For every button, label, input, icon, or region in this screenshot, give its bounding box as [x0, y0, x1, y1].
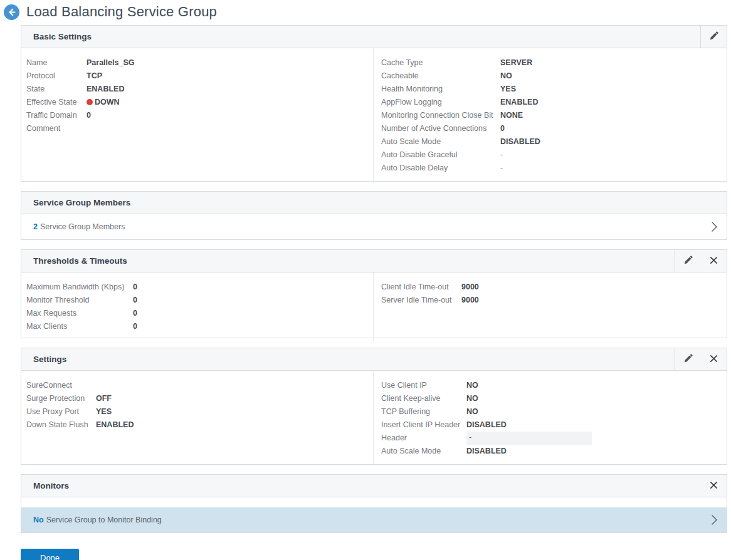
service-group-members-link[interactable]: 2 Service Group Members	[21, 214, 727, 239]
field-value: OFF	[96, 392, 112, 405]
monitors-panel: Monitors No Service Group to Monitor Bin…	[21, 474, 727, 533]
field-label: Cache Type	[381, 56, 500, 70]
field-row: Number of Active Connections0	[381, 122, 727, 135]
settings-header: Settings	[21, 348, 727, 371]
panel-title: Service Group Members	[33, 198, 130, 207]
field-value: 0	[133, 320, 137, 333]
field-value: DISABLED	[500, 135, 540, 148]
field-value: 9000	[461, 294, 479, 307]
edit-icon	[683, 353, 693, 365]
field-value: ENABLED	[96, 418, 134, 432]
field-label: Cacheable	[381, 70, 500, 83]
close-icon	[710, 355, 718, 365]
monitor-binding-count: No	[33, 516, 44, 524]
field-label: Auto Disable Delay	[381, 162, 500, 175]
close-icon	[710, 256, 718, 266]
field-value: 0	[133, 281, 137, 294]
field-label: Effective State	[26, 96, 87, 109]
page-header: Load Balancing Service Group	[0, 0, 731, 25]
members-link-text: Service Group Members	[40, 222, 125, 231]
field-value: TCP	[87, 70, 102, 83]
basic-settings-panel: Basic Settings NameParallels_SG Protocol…	[21, 25, 727, 182]
back-button[interactable]	[4, 4, 19, 20]
monitors-header: Monitors	[21, 475, 727, 497]
field-value: NO	[466, 392, 478, 405]
field-label: Auto Scale Mode	[381, 445, 466, 458]
page-title: Load Balancing Service Group	[26, 4, 217, 20]
field-value: NO	[466, 379, 478, 392]
field-row: TCP BufferingNO	[381, 405, 727, 418]
field-label: Max Requests	[26, 307, 133, 320]
field-value: 0	[133, 307, 137, 320]
field-row: Traffic Domain0	[26, 109, 373, 122]
field-row: Cache TypeSERVER	[381, 56, 727, 70]
field-row: Client Idle Time-out9000	[381, 281, 727, 294]
field-value: -	[500, 162, 503, 175]
field-row: StateENABLED	[26, 83, 373, 96]
header-value-field: -	[466, 432, 592, 445]
field-label: Max Clients	[26, 320, 133, 333]
field-label: TCP Buffering	[381, 405, 466, 418]
field-row: Client Keep-aliveNO	[381, 392, 727, 405]
field-label: Client Idle Time-out	[381, 281, 461, 294]
field-row: Use Proxy PortYES	[26, 405, 373, 418]
monitor-binding-link[interactable]: No Service Group to Monitor Binding	[21, 507, 727, 532]
field-label: Monitor Threshold	[26, 294, 133, 307]
field-value: DISABLED	[466, 445, 507, 458]
field-value: YES	[96, 405, 112, 418]
field-label: Down State Flush	[26, 418, 96, 432]
close-settings-button[interactable]	[701, 348, 727, 370]
field-label: Surge Protection	[26, 392, 96, 405]
field-label: State	[26, 83, 87, 96]
field-row: AppFlow LoggingENABLED	[381, 96, 727, 109]
field-value: ENABLED	[500, 96, 538, 109]
field-row: Maximum Bandwidth (Kbps)0	[26, 281, 373, 294]
field-label: Name	[26, 56, 87, 70]
close-monitors-button[interactable]	[701, 475, 727, 497]
field-label: Maximum Bandwidth (Kbps)	[26, 281, 133, 294]
field-label: Header	[381, 432, 466, 445]
field-value: NO	[500, 70, 512, 83]
thresholds-timeouts-header: Thresholds & Timeouts	[21, 250, 727, 272]
field-label: Auto Scale Mode	[381, 135, 500, 148]
edit-icon	[709, 31, 719, 43]
field-value: YES	[500, 83, 516, 96]
field-row: Surge ProtectionOFF	[26, 392, 373, 405]
edit-settings-button[interactable]	[675, 348, 701, 370]
edit-thresholds-button[interactable]	[675, 250, 701, 272]
field-row: Max Clients0	[26, 320, 373, 333]
field-label: Insert Client IP Header	[381, 418, 466, 432]
load-balancing-service-group-page: Load Balancing Service Group Basic Setti…	[0, 0, 731, 560]
edit-basic-settings-button[interactable]	[701, 26, 727, 48]
field-value: SERVER	[500, 56, 532, 70]
field-label: Use Client IP	[381, 379, 466, 392]
field-label: Monitoring Connection Close Bit	[381, 109, 500, 122]
panel-title: Settings	[33, 355, 66, 364]
service-group-members-panel: Service Group Members 2 Service Group Me…	[21, 191, 727, 240]
field-row: Server Idle Time-out9000	[381, 294, 727, 307]
back-icon	[4, 4, 19, 20]
monitor-binding-text: Service Group to Monitor Binding	[46, 516, 162, 524]
field-row: Header-	[381, 432, 727, 445]
members-count: 2	[33, 222, 38, 231]
field-row: NameParallels_SG	[26, 56, 373, 70]
close-thresholds-button[interactable]	[701, 250, 727, 272]
service-group-members-header: Service Group Members	[21, 192, 727, 214]
field-value: DISABLED	[466, 418, 507, 432]
panel-title: Monitors	[33, 481, 69, 490]
field-label: Comment	[26, 122, 87, 135]
field-row: CacheableNO	[381, 70, 727, 83]
field-value: 0	[500, 122, 505, 135]
field-label: SureConnect	[26, 379, 96, 392]
field-label: Client Keep-alive	[381, 392, 466, 405]
field-value: 0	[133, 294, 137, 307]
field-value: 9000	[461, 281, 479, 294]
close-icon	[710, 481, 718, 491]
done-button[interactable]: Done	[21, 549, 79, 560]
field-label: AppFlow Logging	[381, 96, 500, 109]
field-value: Parallels_SG	[87, 56, 134, 70]
field-row: Comment	[26, 122, 373, 135]
field-row: Insert Client IP HeaderDISABLED	[381, 418, 727, 432]
field-label: Server Idle Time-out	[381, 294, 461, 307]
field-row: Max Requests0	[26, 307, 373, 320]
